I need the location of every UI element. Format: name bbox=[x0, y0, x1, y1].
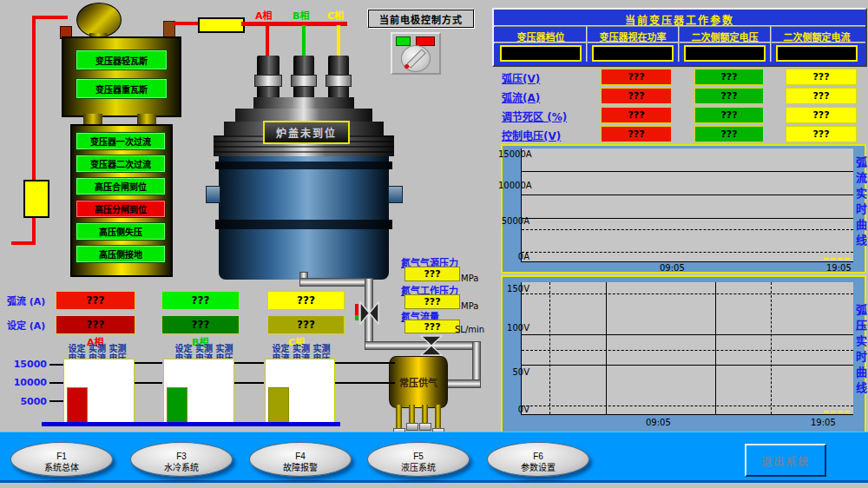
control-voltage-c: ??? bbox=[786, 126, 857, 142]
arc-current-c: ??? bbox=[786, 88, 857, 104]
gas-working-pressure-value: ??? bbox=[404, 294, 460, 309]
furnace-band bbox=[215, 220, 392, 229]
phase-c-setpoint: ??? bbox=[267, 315, 345, 334]
alarm-hv-open-in-position[interactable]: 高压分闸到位 bbox=[76, 200, 166, 218]
nav-f6-parameter-settings[interactable]: F6 参数设置 bbox=[487, 442, 589, 477]
mode-selector-knob[interactable] bbox=[401, 45, 431, 72]
table-divider bbox=[586, 25, 588, 62]
phase-fuse-icon bbox=[198, 17, 245, 33]
valve-icon[interactable] bbox=[359, 301, 379, 325]
table-divider bbox=[494, 25, 865, 27]
electrode-b-collar bbox=[291, 75, 317, 87]
alarm-panel: 变压器一次过流 变压器二次过流 高压合闸到位 高压分闸到位 高压侧失压 高压侧接… bbox=[70, 124, 173, 277]
valve-state-indicator bbox=[355, 315, 358, 320]
trend-cursor bbox=[824, 258, 850, 260]
phase-b-current: ??? bbox=[161, 291, 240, 310]
furnace-nozzle-right bbox=[388, 186, 403, 203]
phase-bus bbox=[241, 22, 347, 26]
transformer-light-gas-indicator[interactable]: 变压器轻瓦斯 bbox=[76, 49, 168, 70]
nav-f5-hydraulic-system[interactable]: F5 液压系统 bbox=[367, 442, 470, 477]
arc-voltage-b: ??? bbox=[694, 69, 764, 85]
bar-y-tick: 10000 bbox=[10, 377, 47, 388]
secondary-voltage-value bbox=[684, 45, 766, 62]
y-tick: 150V bbox=[498, 284, 529, 293]
knob-position-dot bbox=[404, 64, 409, 69]
electrode-a-collar bbox=[254, 75, 282, 87]
bar-y-tick: 15000 bbox=[10, 359, 47, 370]
gas-supply-tank-label: 常压供气 bbox=[390, 375, 447, 389]
x-tick: 19:05 bbox=[811, 418, 836, 427]
tap-position-value bbox=[500, 45, 582, 62]
y-tick: 10000A bbox=[498, 181, 529, 190]
valve-icon[interactable] bbox=[420, 335, 443, 356]
phase-b-label: B相 bbox=[293, 8, 309, 22]
tank-foot bbox=[406, 423, 418, 431]
control-voltage-a: ??? bbox=[601, 126, 672, 142]
alarm-hv-grounded[interactable]: 高压侧接地 bbox=[76, 245, 166, 263]
furnace-cover bbox=[235, 109, 372, 122]
phase-b-setpoint: ??? bbox=[161, 315, 240, 334]
hmi-screen: 变压器轻瓦斯 变压器重瓦斯 变压器一次过流 变压器二次过流 高压合闸到位 高压分… bbox=[0, 0, 868, 488]
alarm-hv-voltage-loss[interactable]: 高压侧失压 bbox=[76, 222, 166, 241]
phase-c-drop bbox=[337, 25, 340, 59]
gas-flow-unit: SL/min bbox=[455, 325, 484, 334]
deadband-b: ??? bbox=[694, 107, 764, 123]
y-tick: 0A bbox=[498, 252, 529, 261]
alarm-hv-close-in-position[interactable]: 高压合闸到位 bbox=[76, 177, 166, 195]
transformer-heavy-gas-indicator[interactable]: 变压器重瓦斯 bbox=[76, 78, 168, 99]
pipe-segment bbox=[445, 380, 480, 387]
alarm-primary-overcurrent[interactable]: 变压器一次过流 bbox=[76, 132, 166, 150]
tank-leg bbox=[396, 405, 402, 429]
furnace-body bbox=[219, 156, 389, 280]
electrode-control-panel bbox=[391, 32, 441, 75]
phase-a-current: ??? bbox=[56, 291, 135, 310]
control-voltage-label: 控制电压(V) bbox=[502, 128, 561, 142]
deadband-label: 调节死区 (%) bbox=[502, 109, 567, 123]
furnace-band bbox=[215, 162, 392, 169]
deadband-a: ??? bbox=[601, 107, 672, 123]
bars-baseline bbox=[42, 422, 340, 426]
transformer-leg bbox=[137, 114, 156, 124]
nav-f4-fault-alarm[interactable]: F4 故障报警 bbox=[249, 442, 352, 477]
alarm-secondary-overcurrent[interactable]: 变压器二次过流 bbox=[76, 155, 166, 173]
arc-voltage-a: ??? bbox=[601, 69, 672, 85]
phase-b-drop bbox=[302, 25, 306, 59]
hv-wire bbox=[32, 16, 68, 19]
arc-current-a: ??? bbox=[601, 88, 672, 104]
setpoint-row-label: 设定 (A) bbox=[7, 318, 45, 332]
gas-supply-tank: 常压供气 bbox=[389, 356, 448, 408]
y-tick: 0V bbox=[498, 405, 529, 414]
phase-c-bar-panel bbox=[265, 359, 335, 424]
phase-a-setpoint: ??? bbox=[56, 315, 135, 334]
trend-cursor bbox=[824, 411, 850, 412]
phase-b-bar bbox=[167, 387, 187, 423]
arc-current-row-label: 弧流 (A) bbox=[7, 293, 45, 307]
nav-f1-system-overview[interactable]: F1 系统总体 bbox=[10, 442, 113, 477]
bar-y-tick: 5000 bbox=[10, 396, 47, 407]
tank-foot bbox=[419, 423, 431, 431]
pipe-segment bbox=[473, 342, 480, 386]
y-tick: 5000A bbox=[498, 216, 529, 226]
x-tick: 09:05 bbox=[646, 418, 671, 427]
pipe-segment bbox=[300, 279, 372, 286]
tank-leg bbox=[435, 405, 441, 429]
table-divider bbox=[770, 25, 772, 62]
deadband-c: ??? bbox=[786, 107, 857, 123]
electrode-c-collar bbox=[326, 75, 352, 87]
y-tick: 15000A bbox=[498, 149, 529, 159]
arc-current-label: 弧流(A) bbox=[502, 89, 540, 104]
x-tick: 19:05 bbox=[826, 263, 852, 273]
nav-f3-water-cooling[interactable]: F3 水冷系统 bbox=[130, 442, 233, 477]
arc-voltage-trend-plot bbox=[521, 282, 853, 415]
transformer-leg bbox=[83, 114, 102, 124]
arc-current-b: ??? bbox=[694, 88, 764, 104]
arc-voltage-c: ??? bbox=[786, 69, 857, 85]
phase-a-label: A相 bbox=[255, 8, 273, 22]
y-tick: 50V bbox=[498, 367, 529, 377]
phase-a-bar-panel bbox=[63, 359, 135, 424]
valve-state-indicator bbox=[355, 304, 358, 315]
exit-system-button[interactable]: 退出系统 bbox=[745, 444, 826, 477]
control-voltage-b: ??? bbox=[694, 126, 764, 142]
mode-green-indicator-button[interactable] bbox=[396, 36, 411, 46]
arc-voltage-trend-title: 弧压实时曲线 bbox=[852, 304, 868, 398]
